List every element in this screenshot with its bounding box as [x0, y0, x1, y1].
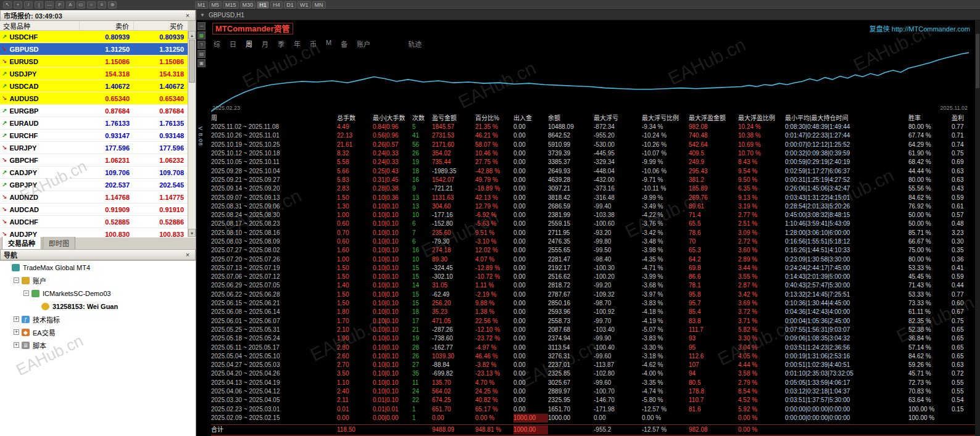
list-icon[interactable]: ≡: [98, 1, 106, 9]
quote-row[interactable]: ↘EURJPY177.596177.596: [0, 142, 188, 154]
tree-item[interactable]: −ICMarketsSC-Demo03: [0, 287, 196, 300]
zoom-in-icon[interactable]: ⊕: [108, 1, 117, 9]
quote-row[interactable]: ↘AUDNZD1.147681.14775: [0, 191, 188, 204]
quote-row[interactable]: ↘AUDCAD0.919090.91910: [0, 204, 188, 216]
menu-item-轨迹[interactable]: 轨迹: [408, 39, 421, 49]
stats-cell-lots: 2.11: [337, 396, 373, 405]
period-button-m1[interactable]: M1: [195, 1, 208, 9]
period-button-m30[interactable]: M30: [240, 1, 256, 9]
stats-cell-pct: 27.75 %: [475, 158, 513, 167]
collapse-icon[interactable]: −: [23, 290, 29, 296]
tab-交易品种[interactable]: 交易品种: [2, 236, 41, 249]
stats-cell-week: 2025.02.09 ~ 2025.02.15: [211, 414, 337, 422]
menu-item-账户[interactable]: 账户: [357, 39, 370, 49]
period-button-h1[interactable]: H1: [257, 1, 269, 9]
stats-cell-times: 0:07:55|1:56:31|9:03:07: [785, 326, 908, 334]
stats-cell-lots: 1.50: [337, 264, 373, 273]
quote-row[interactable]: ↘GBPUSD1.312501.31250: [0, 43, 188, 56]
quote-row[interactable]: ↗USDJPY154.318154.318: [0, 68, 188, 80]
period-button-d1[interactable]: D1: [284, 1, 296, 9]
ellipse-icon[interactable]: ○: [87, 1, 96, 9]
stats-cell-minmax: 0.01|0.10: [373, 396, 412, 405]
quote-row[interactable]: ↘AUDJPY100.830100.833: [0, 228, 188, 237]
stats-cell-fppct: 2.89 %: [738, 255, 785, 264]
expand-icon[interactable]: +: [14, 316, 19, 322]
minimize-button[interactable]: ─: [197, 22, 206, 30]
indicators-icon: ƒ: [22, 316, 30, 323]
collapse-icon[interactable]: −: [14, 278, 19, 283]
quote-row[interactable]: ↘EURUSD1.150861.15086: [0, 56, 188, 68]
tree-item[interactable]: −账户: [0, 274, 196, 287]
stats-cell-fppct: 5.92 %: [738, 405, 785, 414]
cursor-icon[interactable]: ↖: [3, 1, 12, 9]
quote-row[interactable]: ↗EURAUD1.761331.76135: [0, 117, 188, 130]
chart-menu-icon[interactable]: ▼: [200, 12, 205, 18]
chart-scrollbar[interactable]: [975, 20, 980, 436]
stats-cell-times: 0:01:10|2:35:03|73:32:05: [785, 369, 908, 378]
menu-item-年[interactable]: 年: [294, 39, 301, 49]
tree-item[interactable]: +ƒ技术指标: [0, 313, 196, 326]
tree-item[interactable]: +◆EA交易: [0, 326, 196, 339]
quote-row[interactable]: ↗EURGBP0.876840.87684: [0, 105, 188, 117]
tree-item-label: 脚本: [33, 340, 46, 350]
scroll-down-icon[interactable]: ▼: [188, 229, 196, 237]
settings-icon[interactable]: ▣: [197, 59, 206, 67]
quote-row[interactable]: ↗USDCAD1.406721.40672: [0, 80, 188, 93]
menu-item-季[interactable]: 季: [278, 39, 284, 49]
quote-row[interactable]: ↗CADJPY109.706109.708: [0, 167, 188, 179]
tree-item[interactable]: +≣脚本: [0, 339, 196, 352]
stats-cell-minmax: 0.10|0.10: [373, 281, 412, 290]
period-button-m5[interactable]: M5: [209, 1, 222, 9]
site-link[interactable]: 复盘侠 http://MTCommander.com: [870, 23, 970, 33]
period-button-m15[interactable]: M15: [223, 1, 239, 9]
stats-cell-lots: 22.13: [337, 131, 373, 140]
stats-cell-count: 41: [412, 131, 432, 140]
help-icon[interactable]: ?: [197, 41, 206, 49]
tab-即时图[interactable]: 即时图: [43, 236, 75, 249]
menu-item-币[interactable]: 币: [310, 39, 317, 49]
fibonacci-icon[interactable]: F: [56, 1, 64, 9]
menu-item-M[interactable]: M: [326, 39, 331, 49]
stats-cell-week: 2025.07.06 ~ 2025.07.12: [211, 273, 337, 281]
stats-cell-fp: 95.8: [689, 290, 738, 299]
quote-row[interactable]: ↗USDCHF0.809390.80939: [0, 31, 188, 43]
menu-item-月[interactable]: 月: [262, 39, 268, 49]
stats-cell-bal: 2374.94: [548, 334, 594, 343]
market-watch-scrollbar[interactable]: ▲ ▼: [188, 31, 196, 237]
period-button-w1[interactable]: W1: [297, 1, 311, 9]
scroll-up-icon[interactable]: ▲: [188, 31, 196, 39]
menu-item-备[interactable]: 备: [341, 39, 347, 49]
list-icon[interactable]: ▤: [197, 50, 206, 58]
quote-row[interactable]: ↘GBPCHF1.062311.06232: [0, 154, 188, 167]
stats-cell-count: 22: [412, 396, 432, 405]
stats-cell-ddpct: -4.35 %: [642, 255, 689, 264]
trendline-icon[interactable]: /: [24, 1, 33, 9]
stats-cell-pct: 24.25 %: [475, 387, 513, 396]
shapes-icon[interactable]: ▭: [77, 1, 85, 9]
quote-row[interactable]: ↘AUDCHF0.528850.52886: [0, 216, 188, 228]
quote-row[interactable]: ↗EURCHF0.931470.93148: [0, 130, 188, 142]
menu-item-周[interactable]: 周: [246, 39, 252, 49]
grid-icon[interactable]: ▦: [197, 31, 206, 39]
text-label-icon[interactable]: A: [66, 1, 75, 9]
period-button-mn[interactable]: MN: [312, 1, 326, 9]
menu-item-日[interactable]: 日: [230, 39, 236, 49]
quote-row[interactable]: ↗GBPJPY202.537202.545: [0, 179, 188, 191]
stats-cell-ratio: 0.67: [952, 308, 976, 316]
expand-icon[interactable]: +: [14, 342, 19, 348]
close-icon[interactable]: ×: [183, 251, 192, 258]
period-button-h4[interactable]: H4: [270, 1, 283, 9]
close-icon[interactable]: ×: [183, 12, 192, 19]
vline-icon[interactable]: |: [35, 1, 43, 9]
scrollbar-thumb[interactable]: [976, 34, 979, 88]
scrollbar-thumb[interactable]: [189, 39, 195, 83]
chart-tab-label[interactable]: GBPUSD,H1: [209, 12, 244, 19]
stats-cell-fppct: 10.69 %: [738, 141, 785, 149]
quote-row[interactable]: ↘AUDUSD0.653400.65340: [0, 93, 188, 105]
crosshair-icon[interactable]: +: [14, 1, 22, 9]
tree-item[interactable]: TradeMax Global MT4: [0, 261, 196, 274]
menu-item-综[interactable]: 综: [214, 39, 220, 49]
tree-item[interactable]: 31258153: Wei Guan: [0, 300, 196, 313]
hline-icon[interactable]: —: [45, 1, 54, 9]
expand-icon[interactable]: +: [14, 329, 19, 335]
